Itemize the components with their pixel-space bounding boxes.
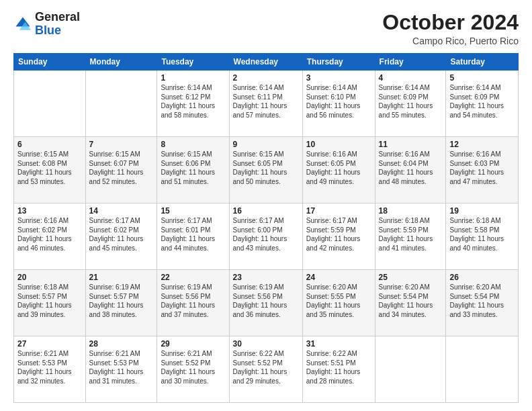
day-number: 29 [161,339,225,349]
calendar-cell: 5Sunrise: 6:14 AM Sunset: 6:09 PM Daylig… [446,71,519,137]
logo-text: General Blue [35,11,80,38]
calendar-cell [85,71,157,137]
calendar-week-row: 1Sunrise: 6:14 AM Sunset: 6:12 PM Daylig… [14,71,519,137]
day-info: Sunrise: 6:17 AM Sunset: 6:02 PM Dayligh… [89,216,154,253]
calendar-cell: 26Sunrise: 6:20 AM Sunset: 5:54 PM Dayli… [446,270,519,336]
day-number: 23 [233,273,299,282]
day-number: 19 [449,206,515,216]
day-number: 27 [17,339,82,349]
calendar-cell: 11Sunrise: 6:16 AM Sunset: 6:04 PM Dayli… [375,137,446,203]
calendar-cell: 14Sunrise: 6:17 AM Sunset: 6:02 PM Dayli… [85,203,157,270]
day-info: Sunrise: 6:17 AM Sunset: 6:01 PM Dayligh… [161,216,225,253]
weekday-header: Friday [375,54,446,71]
calendar-cell: 17Sunrise: 6:17 AM Sunset: 5:59 PM Dayli… [302,203,375,270]
day-number: 31 [306,339,371,349]
day-info: Sunrise: 6:16 AM Sunset: 6:05 PM Dayligh… [306,150,371,186]
calendar-cell: 23Sunrise: 6:19 AM Sunset: 5:56 PM Dayli… [229,270,302,336]
day-number: 5 [449,73,515,83]
location: Campo Rico, Puerto Rico [382,36,519,46]
month-title: October 2024 [382,11,519,34]
header: General Blue October 2024 Campo Rico, Pu… [13,11,519,46]
day-info: Sunrise: 6:22 AM Sunset: 5:51 PM Dayligh… [306,349,371,385]
logo: General Blue [13,11,80,38]
day-number: 22 [161,273,225,282]
weekday-header: Tuesday [157,54,229,71]
day-info: Sunrise: 6:15 AM Sunset: 6:07 PM Dayligh… [89,150,154,186]
calendar-cell: 27Sunrise: 6:21 AM Sunset: 5:53 PM Dayli… [14,336,86,403]
day-number: 9 [233,140,299,149]
calendar-cell: 25Sunrise: 6:20 AM Sunset: 5:54 PM Dayli… [375,270,446,336]
logo-icon [13,15,32,34]
day-info: Sunrise: 6:18 AM Sunset: 5:59 PM Dayligh… [379,216,443,253]
day-info: Sunrise: 6:16 AM Sunset: 6:04 PM Dayligh… [379,150,443,186]
day-info: Sunrise: 6:19 AM Sunset: 5:57 PM Dayligh… [89,283,154,319]
calendar-cell [14,71,86,137]
day-number: 25 [379,273,443,282]
calendar-header-row: SundayMondayTuesdayWednesdayThursdayFrid… [14,54,519,71]
calendar-week-row: 27Sunrise: 6:21 AM Sunset: 5:53 PM Dayli… [14,336,519,403]
day-number: 6 [17,140,82,149]
calendar-cell: 10Sunrise: 6:16 AM Sunset: 6:05 PM Dayli… [302,137,375,203]
day-number: 20 [17,273,82,282]
day-number: 11 [379,140,443,149]
calendar-table: SundayMondayTuesdayWednesdayThursdayFrid… [13,53,519,403]
calendar-cell: 15Sunrise: 6:17 AM Sunset: 6:01 PM Dayli… [157,203,229,270]
day-number: 4 [379,73,443,83]
day-number: 12 [449,140,515,149]
day-info: Sunrise: 6:15 AM Sunset: 6:06 PM Dayligh… [161,150,225,186]
day-number: 28 [89,339,154,349]
day-number: 16 [233,206,299,216]
day-number: 10 [306,140,371,149]
title-block: October 2024 Campo Rico, Puerto Rico [382,11,519,46]
day-number: 14 [89,206,154,216]
calendar-cell: 8Sunrise: 6:15 AM Sunset: 6:06 PM Daylig… [157,137,229,203]
calendar-cell: 22Sunrise: 6:19 AM Sunset: 5:56 PM Dayli… [157,270,229,336]
calendar-cell: 30Sunrise: 6:22 AM Sunset: 5:52 PM Dayli… [229,336,302,403]
calendar-cell: 1Sunrise: 6:14 AM Sunset: 6:12 PM Daylig… [157,71,229,137]
weekday-header: Monday [85,54,157,71]
day-info: Sunrise: 6:14 AM Sunset: 6:10 PM Dayligh… [306,83,371,120]
day-info: Sunrise: 6:19 AM Sunset: 5:56 PM Dayligh… [161,283,225,319]
calendar-cell: 6Sunrise: 6:15 AM Sunset: 6:08 PM Daylig… [14,137,86,203]
calendar-cell: 24Sunrise: 6:20 AM Sunset: 5:55 PM Dayli… [302,270,375,336]
calendar-cell: 29Sunrise: 6:21 AM Sunset: 5:52 PM Dayli… [157,336,229,403]
day-info: Sunrise: 6:14 AM Sunset: 6:12 PM Dayligh… [161,83,225,120]
day-info: Sunrise: 6:20 AM Sunset: 5:54 PM Dayligh… [379,283,443,319]
day-info: Sunrise: 6:17 AM Sunset: 5:59 PM Dayligh… [306,216,371,253]
calendar-cell: 18Sunrise: 6:18 AM Sunset: 5:59 PM Dayli… [375,203,446,270]
day-info: Sunrise: 6:14 AM Sunset: 6:11 PM Dayligh… [233,83,299,120]
calendar-cell: 16Sunrise: 6:17 AM Sunset: 6:00 PM Dayli… [229,203,302,270]
day-info: Sunrise: 6:22 AM Sunset: 5:52 PM Dayligh… [233,349,299,385]
calendar-cell: 4Sunrise: 6:14 AM Sunset: 6:09 PM Daylig… [375,71,446,137]
day-number: 13 [17,206,82,216]
calendar-cell: 12Sunrise: 6:16 AM Sunset: 6:03 PM Dayli… [446,137,519,203]
calendar-week-row: 6Sunrise: 6:15 AM Sunset: 6:08 PM Daylig… [14,137,519,203]
day-info: Sunrise: 6:21 AM Sunset: 5:52 PM Dayligh… [161,349,225,385]
weekday-header: Saturday [446,54,519,71]
day-info: Sunrise: 6:14 AM Sunset: 6:09 PM Dayligh… [449,83,515,120]
day-info: Sunrise: 6:20 AM Sunset: 5:55 PM Dayligh… [306,283,371,319]
day-number: 24 [306,273,371,282]
day-info: Sunrise: 6:18 AM Sunset: 5:57 PM Dayligh… [17,283,82,319]
weekday-header: Wednesday [229,54,302,71]
day-info: Sunrise: 6:16 AM Sunset: 6:02 PM Dayligh… [17,216,82,253]
calendar-cell: 3Sunrise: 6:14 AM Sunset: 6:10 PM Daylig… [302,71,375,137]
day-info: Sunrise: 6:16 AM Sunset: 6:03 PM Dayligh… [449,150,515,186]
calendar-cell: 31Sunrise: 6:22 AM Sunset: 5:51 PM Dayli… [302,336,375,403]
weekday-header: Thursday [302,54,375,71]
day-number: 3 [306,73,371,83]
calendar-cell: 28Sunrise: 6:21 AM Sunset: 5:53 PM Dayli… [85,336,157,403]
day-info: Sunrise: 6:19 AM Sunset: 5:56 PM Dayligh… [233,283,299,319]
day-number: 7 [89,140,154,149]
page: General Blue October 2024 Campo Rico, Pu… [0,0,532,411]
day-number: 21 [89,273,154,282]
calendar-week-row: 20Sunrise: 6:18 AM Sunset: 5:57 PM Dayli… [14,270,519,336]
calendar-cell [375,336,446,403]
day-info: Sunrise: 6:15 AM Sunset: 6:05 PM Dayligh… [233,150,299,186]
day-info: Sunrise: 6:21 AM Sunset: 5:53 PM Dayligh… [89,349,154,385]
day-number: 2 [233,73,299,83]
calendar-cell: 20Sunrise: 6:18 AM Sunset: 5:57 PM Dayli… [14,270,86,336]
weekday-header: Sunday [14,54,86,71]
day-number: 26 [449,273,515,282]
day-info: Sunrise: 6:17 AM Sunset: 6:00 PM Dayligh… [233,216,299,253]
